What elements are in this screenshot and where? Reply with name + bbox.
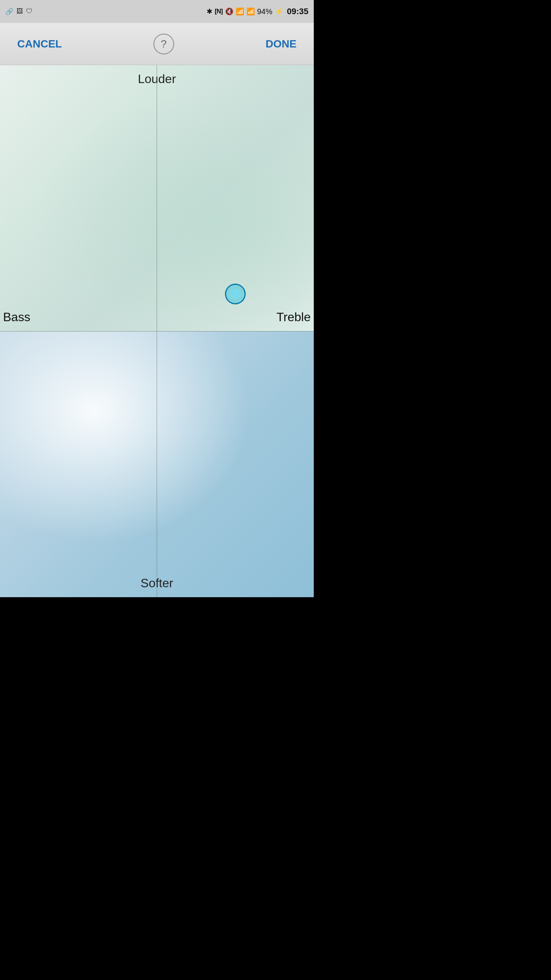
softer-label: Softer	[140, 576, 173, 590]
cancel-button[interactable]: CANCEL	[11, 34, 68, 54]
vertical-divider-bottom	[157, 331, 157, 597]
nfc-icon: [N]	[215, 8, 223, 15]
battery-level: 94%	[257, 7, 272, 16]
wifi-icon: 📶	[236, 7, 244, 16]
mute-icon: 🔇	[225, 7, 233, 16]
help-button[interactable]: ?	[153, 34, 174, 54]
signal-icon: 📶	[246, 7, 255, 16]
sound-field[interactable]: Louder Bass Treble Softer	[0, 65, 314, 597]
status-bar-right-icons: ✱ [N] 🔇 📶 📶 94% ⚡ 09:35	[207, 7, 308, 16]
sound-cursor[interactable]	[225, 284, 246, 304]
bluetooth-icon: ✱	[207, 7, 212, 16]
done-button[interactable]: DONE	[260, 34, 302, 54]
vertical-divider-top	[157, 65, 157, 331]
status-bar: 🔗 🖼 🛡 ✱ [N] 🔇 📶 📶 94% ⚡ 09:35	[0, 0, 314, 23]
question-mark-icon: ?	[161, 38, 167, 50]
status-bar-left-icons: 🔗 🖼 🛡	[5, 8, 33, 16]
bass-label: Bass	[3, 310, 30, 324]
link-icon: 🔗	[5, 8, 13, 16]
treble-label: Treble	[276, 310, 311, 324]
horizontal-divider-bottom	[0, 331, 314, 332]
softer-region[interactable]: Softer	[0, 331, 314, 597]
louder-label: Louder	[138, 72, 176, 86]
clock: 09:35	[287, 7, 308, 16]
image-icon: 🖼	[16, 8, 23, 15]
shield-icon: 🛡	[26, 8, 33, 15]
toolbar: CANCEL ? DONE	[0, 23, 314, 65]
louder-region[interactable]: Louder Bass Treble	[0, 65, 314, 331]
battery-icon: ⚡	[275, 7, 283, 16]
